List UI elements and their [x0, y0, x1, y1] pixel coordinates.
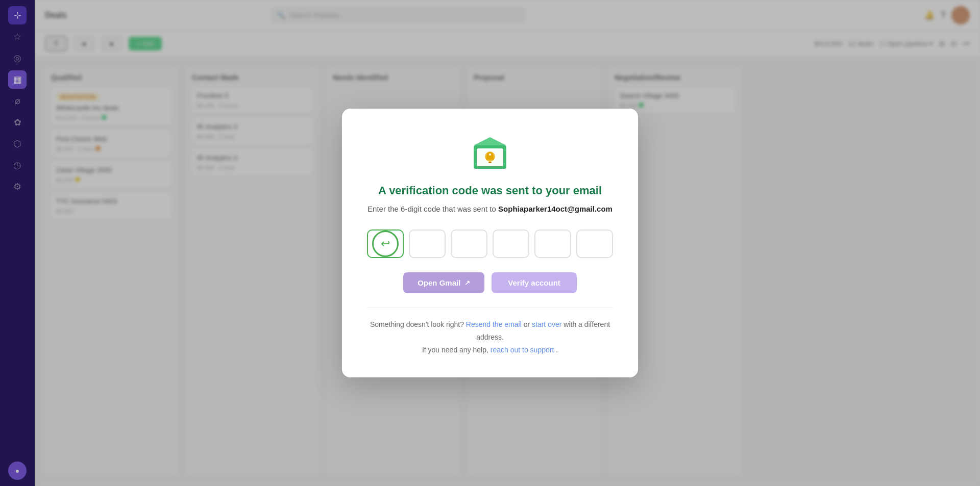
modal-overlay: A verification code was sent to your ema…: [0, 0, 980, 486]
code-input-4[interactable]: [493, 229, 529, 258]
resend-email-link[interactable]: Resend the email: [466, 320, 522, 328]
modal-divider: [366, 308, 614, 308]
open-gmail-button[interactable]: Open Gmail ↗: [403, 272, 484, 293]
footer-line-2: If you need any help, reach out to suppo…: [366, 344, 614, 356]
code-input-group: ↩: [367, 229, 613, 258]
start-over-link[interactable]: start over: [532, 320, 561, 328]
modal-subtitle: Enter the 6-digit code that was sent to …: [368, 203, 612, 215]
code-input-3[interactable]: [451, 229, 487, 258]
email-icon: [470, 133, 510, 174]
modal-email: Sophiaparker14oct@gmail.com: [498, 204, 612, 213]
verification-modal: A verification code was sent to your ema…: [342, 109, 638, 377]
svg-rect-3: [488, 162, 492, 163]
modal-title: A verification code was sent to your ema…: [378, 184, 602, 197]
svg-point-4: [489, 154, 491, 156]
code-input-1[interactable]: [367, 229, 404, 258]
modal-footer: Something doesn't look right? Resend the…: [366, 318, 614, 357]
code-input-2[interactable]: [409, 229, 446, 258]
code-input-5[interactable]: [534, 229, 571, 258]
footer-line-1: Something doesn't look right? Resend the…: [366, 318, 614, 344]
code-input-wrapper-1: ↩: [367, 229, 404, 258]
verify-account-button[interactable]: Verify account: [492, 272, 577, 293]
support-link[interactable]: reach out to support: [491, 346, 554, 354]
external-link-icon: ↗: [464, 279, 470, 287]
modal-subtitle-prefix: Enter the 6-digit code that was sent to: [368, 204, 498, 213]
modal-buttons: Open Gmail ↗ Verify account: [403, 272, 577, 293]
code-input-6[interactable]: [576, 229, 613, 258]
